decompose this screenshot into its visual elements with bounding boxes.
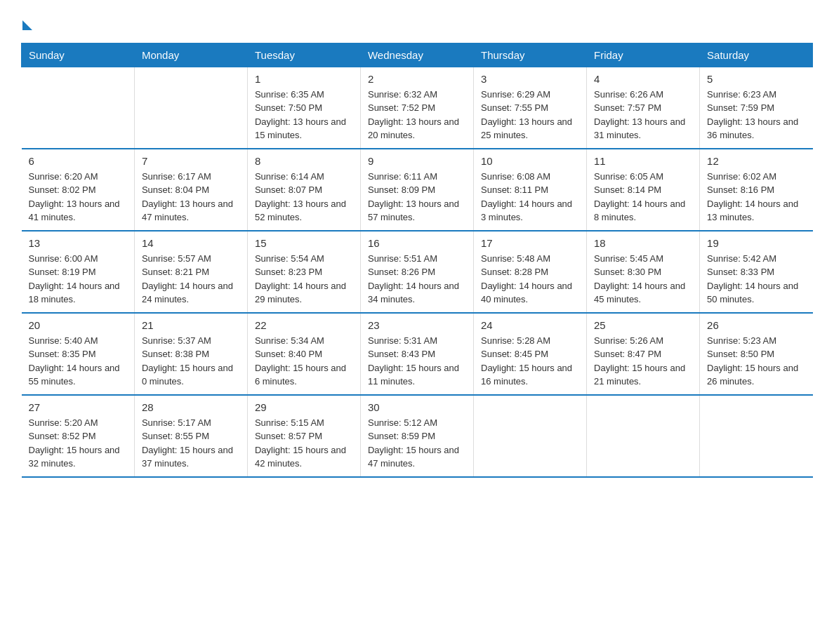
weekday-header-sunday: Sunday bbox=[22, 43, 135, 67]
calendar-cell: 30Sunrise: 5:12 AMSunset: 8:59 PMDayligh… bbox=[360, 395, 473, 477]
day-number: 30 bbox=[368, 401, 466, 413]
calendar-cell: 22Sunrise: 5:34 AMSunset: 8:40 PMDayligh… bbox=[247, 313, 360, 395]
day-info: Sunrise: 5:40 AMSunset: 8:35 PMDaylight:… bbox=[29, 334, 127, 389]
day-info: Sunrise: 5:15 AMSunset: 8:57 PMDaylight:… bbox=[255, 416, 353, 471]
day-number: 19 bbox=[707, 237, 805, 249]
day-number: 17 bbox=[481, 237, 579, 249]
calendar-cell: 11Sunrise: 6:05 AMSunset: 8:14 PMDayligh… bbox=[587, 149, 700, 231]
day-info: Sunrise: 6:17 AMSunset: 8:04 PMDaylight:… bbox=[142, 170, 240, 224]
calendar-cell: 18Sunrise: 5:45 AMSunset: 8:30 PMDayligh… bbox=[587, 231, 700, 313]
day-number: 16 bbox=[368, 237, 466, 249]
calendar-cell: 2Sunrise: 6:32 AMSunset: 7:52 PMDaylight… bbox=[360, 67, 473, 149]
day-info: Sunrise: 6:35 AMSunset: 7:50 PMDaylight:… bbox=[255, 88, 353, 142]
calendar-cell: 28Sunrise: 5:17 AMSunset: 8:55 PMDayligh… bbox=[134, 395, 247, 477]
calendar-cell: 12Sunrise: 6:02 AMSunset: 8:16 PMDayligh… bbox=[700, 149, 813, 231]
day-number: 9 bbox=[368, 155, 466, 167]
day-info: Sunrise: 5:28 AMSunset: 8:45 PMDaylight:… bbox=[481, 334, 579, 389]
day-number: 22 bbox=[255, 319, 353, 331]
calendar-cell: 4Sunrise: 6:26 AMSunset: 7:57 PMDaylight… bbox=[587, 67, 700, 149]
day-info: Sunrise: 5:37 AMSunset: 8:38 PMDaylight:… bbox=[142, 334, 240, 389]
day-info: Sunrise: 5:54 AMSunset: 8:23 PMDaylight:… bbox=[255, 252, 353, 307]
day-info: Sunrise: 6:05 AMSunset: 8:14 PMDaylight:… bbox=[594, 170, 692, 224]
calendar-cell: 14Sunrise: 5:57 AMSunset: 8:21 PMDayligh… bbox=[134, 231, 247, 313]
day-number: 2 bbox=[368, 73, 466, 85]
day-number: 24 bbox=[481, 319, 579, 331]
day-number: 4 bbox=[594, 73, 692, 85]
day-number: 25 bbox=[594, 319, 692, 331]
calendar-cell: 9Sunrise: 6:11 AMSunset: 8:09 PMDaylight… bbox=[360, 149, 473, 231]
calendar-cell: 3Sunrise: 6:29 AMSunset: 7:55 PMDaylight… bbox=[474, 67, 587, 149]
weekday-header-thursday: Thursday bbox=[474, 43, 587, 67]
calendar-week-row: 27Sunrise: 5:20 AMSunset: 8:52 PMDayligh… bbox=[22, 395, 813, 477]
calendar-cell: 24Sunrise: 5:28 AMSunset: 8:45 PMDayligh… bbox=[474, 313, 587, 395]
day-info: Sunrise: 5:17 AMSunset: 8:55 PMDaylight:… bbox=[142, 416, 240, 471]
day-info: Sunrise: 5:45 AMSunset: 8:30 PMDaylight:… bbox=[594, 252, 692, 307]
day-number: 28 bbox=[142, 401, 240, 413]
day-number: 23 bbox=[368, 319, 466, 331]
day-number: 1 bbox=[255, 73, 353, 85]
calendar-cell: 15Sunrise: 5:54 AMSunset: 8:23 PMDayligh… bbox=[247, 231, 360, 313]
day-number: 10 bbox=[481, 155, 579, 167]
day-info: Sunrise: 5:34 AMSunset: 8:40 PMDaylight:… bbox=[255, 334, 353, 389]
day-number: 15 bbox=[255, 237, 353, 249]
day-number: 11 bbox=[594, 155, 692, 167]
calendar-cell: 13Sunrise: 6:00 AMSunset: 8:19 PMDayligh… bbox=[22, 231, 135, 313]
day-info: Sunrise: 5:20 AMSunset: 8:52 PMDaylight:… bbox=[29, 416, 127, 471]
weekday-header-wednesday: Wednesday bbox=[360, 43, 473, 67]
day-number: 14 bbox=[142, 237, 240, 249]
day-info: Sunrise: 5:12 AMSunset: 8:59 PMDaylight:… bbox=[368, 416, 466, 471]
calendar-cell: 16Sunrise: 5:51 AMSunset: 8:26 PMDayligh… bbox=[360, 231, 473, 313]
calendar-cell: 21Sunrise: 5:37 AMSunset: 8:38 PMDayligh… bbox=[134, 313, 247, 395]
calendar-table: SundayMondayTuesdayWednesdayThursdayFrid… bbox=[21, 43, 813, 478]
calendar-cell bbox=[22, 67, 135, 149]
day-info: Sunrise: 5:26 AMSunset: 8:47 PMDaylight:… bbox=[594, 334, 692, 389]
weekday-header-tuesday: Tuesday bbox=[247, 43, 360, 67]
calendar-cell: 10Sunrise: 6:08 AMSunset: 8:11 PMDayligh… bbox=[474, 149, 587, 231]
day-number: 5 bbox=[707, 73, 805, 85]
calendar-cell: 29Sunrise: 5:15 AMSunset: 8:57 PMDayligh… bbox=[247, 395, 360, 477]
calendar-cell: 20Sunrise: 5:40 AMSunset: 8:35 PMDayligh… bbox=[22, 313, 135, 395]
calendar-cell: 19Sunrise: 5:42 AMSunset: 8:33 PMDayligh… bbox=[700, 231, 813, 313]
page-header bbox=[21, 14, 813, 36]
day-info: Sunrise: 5:48 AMSunset: 8:28 PMDaylight:… bbox=[481, 252, 579, 307]
calendar-cell: 8Sunrise: 6:14 AMSunset: 8:07 PMDaylight… bbox=[247, 149, 360, 231]
calendar-cell bbox=[700, 395, 813, 477]
day-number: 29 bbox=[255, 401, 353, 413]
day-number: 12 bbox=[707, 155, 805, 167]
day-info: Sunrise: 6:20 AMSunset: 8:02 PMDaylight:… bbox=[29, 170, 127, 224]
day-number: 13 bbox=[29, 237, 127, 249]
calendar-cell bbox=[474, 395, 587, 477]
day-info: Sunrise: 6:11 AMSunset: 8:09 PMDaylight:… bbox=[368, 170, 466, 224]
calendar-week-row: 1Sunrise: 6:35 AMSunset: 7:50 PMDaylight… bbox=[22, 67, 813, 149]
calendar-cell: 27Sunrise: 5:20 AMSunset: 8:52 PMDayligh… bbox=[22, 395, 135, 477]
calendar-cell: 17Sunrise: 5:48 AMSunset: 8:28 PMDayligh… bbox=[474, 231, 587, 313]
calendar-cell bbox=[134, 67, 247, 149]
calendar-cell: 26Sunrise: 5:23 AMSunset: 8:50 PMDayligh… bbox=[700, 313, 813, 395]
day-number: 27 bbox=[29, 401, 127, 413]
day-info: Sunrise: 6:02 AMSunset: 8:16 PMDaylight:… bbox=[707, 170, 805, 224]
calendar-week-row: 13Sunrise: 6:00 AMSunset: 8:19 PMDayligh… bbox=[22, 231, 813, 313]
day-info: Sunrise: 6:14 AMSunset: 8:07 PMDaylight:… bbox=[255, 170, 353, 224]
day-info: Sunrise: 5:23 AMSunset: 8:50 PMDaylight:… bbox=[707, 334, 805, 389]
calendar-week-row: 20Sunrise: 5:40 AMSunset: 8:35 PMDayligh… bbox=[22, 313, 813, 395]
day-info: Sunrise: 5:42 AMSunset: 8:33 PMDaylight:… bbox=[707, 252, 805, 307]
day-info: Sunrise: 6:23 AMSunset: 7:59 PMDaylight:… bbox=[707, 88, 805, 142]
calendar-cell: 23Sunrise: 5:31 AMSunset: 8:43 PMDayligh… bbox=[360, 313, 473, 395]
logo bbox=[21, 14, 32, 36]
calendar-cell bbox=[587, 395, 700, 477]
day-number: 26 bbox=[707, 319, 805, 331]
day-number: 21 bbox=[142, 319, 240, 331]
day-number: 20 bbox=[29, 319, 127, 331]
day-info: Sunrise: 6:08 AMSunset: 8:11 PMDaylight:… bbox=[481, 170, 579, 224]
day-number: 7 bbox=[142, 155, 240, 167]
weekday-header-friday: Friday bbox=[587, 43, 700, 67]
day-info: Sunrise: 5:51 AMSunset: 8:26 PMDaylight:… bbox=[368, 252, 466, 307]
weekday-header-row: SundayMondayTuesdayWednesdayThursdayFrid… bbox=[22, 43, 813, 67]
calendar-cell: 25Sunrise: 5:26 AMSunset: 8:47 PMDayligh… bbox=[587, 313, 700, 395]
weekday-header-monday: Monday bbox=[134, 43, 247, 67]
day-info: Sunrise: 5:57 AMSunset: 8:21 PMDaylight:… bbox=[142, 252, 240, 307]
day-info: Sunrise: 6:32 AMSunset: 7:52 PMDaylight:… bbox=[368, 88, 466, 142]
day-info: Sunrise: 6:29 AMSunset: 7:55 PMDaylight:… bbox=[481, 88, 579, 142]
calendar-cell: 1Sunrise: 6:35 AMSunset: 7:50 PMDaylight… bbox=[247, 67, 360, 149]
day-number: 6 bbox=[29, 155, 127, 167]
